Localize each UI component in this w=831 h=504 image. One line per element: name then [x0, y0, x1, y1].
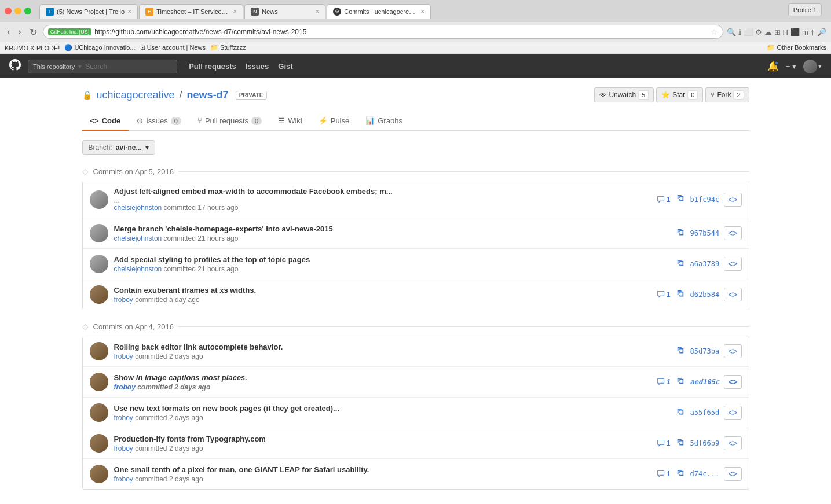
copy-hash-button-0-2[interactable] [675, 258, 686, 270]
extension-icon-9[interactable]: † [811, 28, 815, 36]
commit-hash-link-0-1[interactable]: 967b544 [690, 229, 720, 237]
commit-hash-link-0-2[interactable]: a6a3789 [690, 260, 720, 268]
copy-hash-button-0-1[interactable] [675, 227, 686, 240]
repo-name-link[interactable]: news-d7 [187, 89, 229, 101]
commit-hash-link-1-3[interactable]: 5df66b9 [690, 439, 720, 447]
bookmark-other[interactable]: 📁 Other Bookmarks [767, 44, 826, 51]
minimize-button[interactable] [14, 8, 21, 14]
bookmark-krumo[interactable]: KRUMO X-PLODE! [5, 45, 60, 51]
back-button[interactable]: ‹ [5, 25, 12, 38]
committer-link-0-2[interactable]: chelsiejohnston [114, 265, 162, 273]
tab-github[interactable]: ⚙ Commits · uchicagocreati... × [327, 4, 431, 19]
comment-count-0-3[interactable]: 1 [657, 290, 671, 299]
tab-wiki[interactable]: ☰ Wiki [270, 112, 310, 131]
committer-link-1-0[interactable]: froboy [114, 352, 133, 360]
browse-button-1-2[interactable]: <> [724, 406, 741, 420]
browse-button-0-2[interactable]: <> [724, 257, 741, 271]
commit-title-link-1-0[interactable]: Rolling back editor link autocomplete be… [114, 343, 283, 351]
settings-icon[interactable]: ⚙ [755, 28, 762, 36]
copy-hash-button-1-1[interactable] [675, 376, 686, 388]
comment-count-1-3[interactable]: 1 [657, 439, 671, 447]
commit-hash-link-0-3[interactable]: d62b584 [690, 290, 720, 299]
extension-icon-5[interactable]: ⊞ [774, 28, 781, 36]
committer-link-0-1[interactable]: chelsiejohnston [114, 234, 162, 242]
maximize-button[interactable] [24, 8, 31, 14]
commit-title-link-1-1[interactable]: Show in image captions most places. [114, 373, 247, 382]
copy-hash-button-1-3[interactable] [675, 437, 686, 450]
copy-hash-button-1-4[interactable] [675, 468, 686, 480]
commit-hash-link-1-2[interactable]: a55f65d [690, 409, 720, 417]
comment-count-1-1[interactable]: 1 [657, 378, 671, 386]
browse-button-1-3[interactable]: <> [724, 436, 741, 450]
commit-title-link-1-2[interactable]: Use new text formats on new book pages (… [114, 404, 339, 413]
star-button[interactable]: ⭐ Star 0 [656, 87, 703, 102]
copy-hash-button-1-0[interactable] [675, 345, 686, 358]
copy-hash-button-0-0[interactable] [675, 193, 686, 205]
committer-link-1-3[interactable]: froboy [114, 444, 133, 453]
nav-gist[interactable]: Gist [278, 62, 292, 71]
tab-news[interactable]: N News × [244, 4, 325, 19]
extension-icon-2[interactable]: ℹ [738, 28, 741, 36]
committer-link-0-0[interactable]: chelsiejohnston [114, 204, 162, 212]
extension-icon-1[interactable]: 🔍 [727, 28, 736, 36]
browse-button-0-0[interactable]: <> [724, 193, 741, 207]
commit-hash-link-1-1[interactable]: aed105c [690, 378, 720, 386]
bookmark-user-account[interactable]: ⊡ User account | News [140, 44, 206, 51]
add-menu-button[interactable]: + ▾ [784, 60, 799, 73]
extension-icon-6[interactable]: H [783, 28, 788, 36]
extension-icon-4[interactable]: ☁ [764, 28, 772, 36]
url-input[interactable]: GitHub, Inc. [US] https://github.com/uch… [43, 25, 723, 39]
refresh-button[interactable]: ↻ [27, 25, 39, 39]
copy-hash-button-1-2[interactable] [675, 407, 686, 419]
bookmark-stuffzzzz[interactable]: 📁 Stuffzzzz [210, 44, 246, 51]
committer-link-0-3[interactable]: froboy [114, 296, 133, 304]
commit-hash-link-0-0[interactable]: b1fc94c [690, 196, 720, 204]
commit-title-link-0-3[interactable]: Contain exuberant iframes at xs widths. [114, 286, 257, 295]
bookmark-star-icon[interactable]: ☆ [711, 27, 718, 36]
tab-code[interactable]: <> Code [82, 112, 129, 131]
github-search[interactable]: This repository ▾ [28, 60, 177, 73]
close-button[interactable] [5, 8, 12, 14]
notifications-bell[interactable]: 🔔 [767, 61, 779, 72]
github-logo[interactable] [9, 59, 21, 73]
commit-hash-link-1-4[interactable]: d74c... [690, 470, 720, 478]
commit-title-link-1-3[interactable]: Production-ify fonts from Typography.com [114, 435, 266, 443]
nav-issues[interactable]: Issues [246, 62, 269, 71]
comment-count-0-0[interactable]: 1 [657, 196, 671, 204]
forward-button[interactable]: › [16, 25, 23, 38]
extension-icon-3[interactable]: ⬜ [744, 28, 753, 36]
committer-link-1-2[interactable]: froboy [114, 414, 133, 422]
branch-selector[interactable]: Branch: avi-ne... ▾ [82, 140, 155, 155]
browse-button-1-0[interactable]: <> [724, 344, 741, 358]
tab-close-trello[interactable]: × [127, 8, 131, 16]
tab-issues[interactable]: ⊙ Issues 0 [129, 112, 189, 131]
commit-title-link-1-4[interactable]: One small tenth of a pixel for man, one … [114, 465, 369, 474]
nav-pull-requests[interactable]: Pull requests [189, 62, 236, 71]
search-input[interactable] [85, 62, 172, 71]
copy-hash-button-0-3[interactable] [675, 289, 686, 301]
browse-button-0-3[interactable]: <> [724, 288, 741, 301]
user-menu[interactable]: ▾ [803, 60, 822, 73]
extension-icon-7[interactable]: ⬛ [790, 28, 800, 36]
fork-button[interactable]: ⑂ Fork 2 [705, 87, 749, 102]
browse-button-0-1[interactable]: <> [724, 226, 741, 240]
committer-link-1-1[interactable]: froboy [114, 383, 136, 391]
comment-count-1-4[interactable]: 1 [657, 470, 671, 478]
tab-close-news[interactable]: × [315, 8, 319, 16]
commit-title-link-0-2[interactable]: Add special styling to profiles at the t… [114, 255, 310, 264]
commit-title-link-0-0[interactable]: Adjust left-aligned embed max-width to a… [114, 187, 393, 196]
tab-pulse[interactable]: ⚡ Pulse [310, 112, 358, 131]
repo-owner-link[interactable]: uchicagocreative [97, 89, 175, 101]
commit-title-link-0-1[interactable]: Merge branch 'chelsie-homepage-experts' … [114, 225, 333, 233]
bookmark-uchicago[interactable]: 🔵 UChicago Innovatio... [64, 44, 135, 51]
tab-close-github[interactable]: × [420, 8, 424, 16]
tab-trello[interactable]: T (5) News Project | Trello × [39, 4, 138, 19]
tab-pull-requests[interactable]: ⑂ Pull requests 0 [189, 112, 270, 131]
tab-timesheet[interactable]: H Timesheet – IT Services – × [139, 4, 243, 19]
browse-button-1-4[interactable]: <> [724, 467, 741, 481]
unwatch-button[interactable]: 👁 Unwatch 5 [594, 87, 654, 102]
tab-close-timesheet[interactable]: × [233, 8, 237, 16]
tab-graphs[interactable]: 📊 Graphs [357, 112, 411, 131]
browse-button-1-1[interactable]: <> [724, 375, 741, 389]
committer-link-1-4[interactable]: froboy [114, 475, 133, 483]
